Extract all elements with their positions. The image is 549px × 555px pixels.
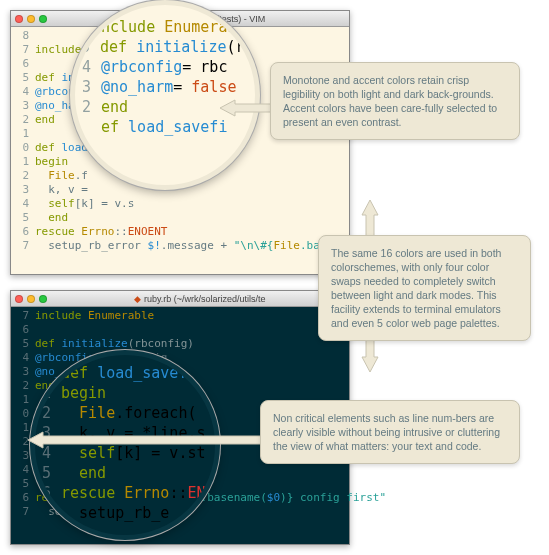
code-line: 5def initialize(rbconfig) [11,337,349,351]
line-number: 4 [81,57,101,77]
titlebar-dark: ◆ ruby.rb (~/wrk/solarized/utils/te [11,291,349,307]
code-line: 7 setup_rb_error $!.message + "\n\#{File… [11,239,349,253]
line-number: 6 [11,57,35,71]
line-number: 5 [11,337,35,351]
zoom-icon[interactable] [39,295,47,303]
line-number: 0 [11,407,35,421]
code-line: 5 end [35,463,215,483]
arrow-bottom [28,430,262,450]
line-number: 8 [11,29,35,43]
line-number: 5 [11,477,35,491]
line-number: 7 [11,505,35,519]
line-number: 1 [11,393,35,407]
line-number: 4 [11,197,35,211]
minimize-icon[interactable] [27,15,35,23]
arrow-up [360,200,380,240]
code-line: 1begin [35,383,215,403]
code-line: 4@rbconfig= rbc [75,57,255,77]
line-number: 0 [11,141,35,155]
code-line: 5def initialize(rbc [75,37,255,57]
code-line: 5 end [11,211,349,225]
line-number: 2 [11,379,35,393]
line-number: 6 [11,323,35,337]
window-controls[interactable] [15,15,47,23]
line-number: 4 [11,351,35,365]
line-number: 4 [11,85,35,99]
magnifier-light: nclude Enumerab5def initialize(rbc4@rbco… [70,0,260,190]
code-line: 4 self[k] = v.s [11,197,349,211]
line-number: 3 [11,99,35,113]
line-number: 5 [41,463,61,483]
code-line: 6 [11,323,349,337]
close-icon[interactable] [15,295,23,303]
svg-marker-1 [362,200,378,240]
code-line: 4@rbconfig = rbconfig [11,351,349,365]
ruby-icon: ◆ [134,294,141,304]
window-controls[interactable] [15,295,47,303]
line-number: 2 [11,169,35,183]
close-icon[interactable] [15,15,23,23]
svg-marker-3 [28,432,262,448]
code-line: 6rescue Errno::ENOENT [11,225,349,239]
line-number: 5 [11,211,35,225]
callout-line-numbers: Non critical elements such as line num-b… [260,400,520,464]
line-number: 2 [81,97,101,117]
line-number: 7 [11,309,35,323]
line-number: 3 [11,183,35,197]
line-number: 1 [11,127,35,141]
callout-16-colors: The same 16 colors are used in both colo… [318,235,531,341]
line-number: 3 [11,365,35,379]
line-number: 6 [11,225,35,239]
line-number: 3 [81,77,101,97]
code-line: 7include Enumerable [11,309,349,323]
code-line: ef load_savefi [75,117,255,137]
code-line: 2 File.foreach( [35,403,215,423]
window-title-dark: ◆ ruby.rb (~/wrk/solarized/utils/te [55,294,345,304]
zoom-icon[interactable] [39,15,47,23]
minimize-icon[interactable] [27,295,35,303]
line-number [81,117,101,137]
line-number: 2 [11,113,35,127]
line-number: 6 [11,491,35,505]
callout-accent-colors: Monotone and accent colors retain crisp … [270,62,520,140]
line-number: 7 [11,43,35,57]
code-line: 3@no_harm= false [75,77,255,97]
line-number: 7 [11,239,35,253]
line-number: 5 [11,71,35,85]
code-line: 6rescue Errno::EN [35,483,215,503]
line-number: 2 [41,403,61,423]
line-number: 1 [11,155,35,169]
